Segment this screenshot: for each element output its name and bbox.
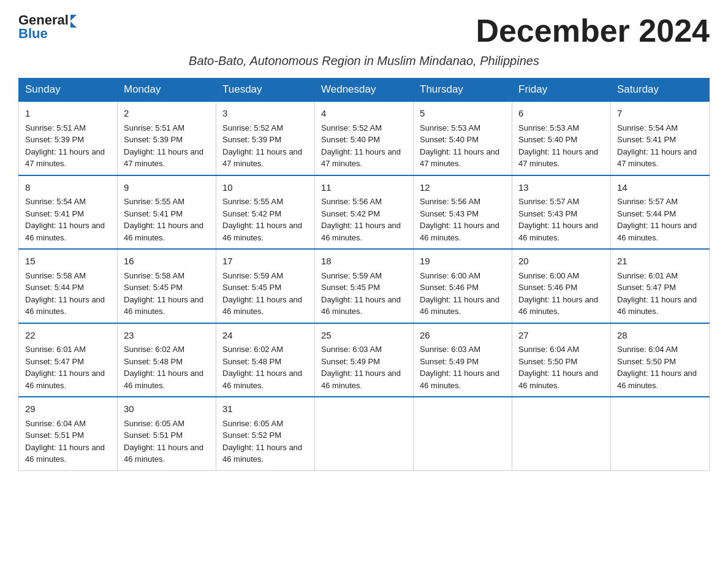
daylight-label: Daylight: 11 hours and 46 minutes.	[321, 295, 401, 316]
sunrise-label: Sunrise: 6:03 AM	[420, 345, 480, 354]
calendar-header-row: Sunday Monday Tuesday Wednesday Thursday…	[19, 79, 710, 102]
day-number: 23	[124, 329, 210, 343]
calendar-cell: 30 Sunrise: 6:05 AM Sunset: 5:51 PM Dayl…	[118, 397, 216, 470]
sunrise-label: Sunrise: 6:04 AM	[617, 345, 678, 354]
calendar-cell: 26 Sunrise: 6:03 AM Sunset: 5:49 PM Dayl…	[414, 323, 512, 397]
daylight-label: Daylight: 11 hours and 47 minutes.	[25, 147, 105, 169]
calendar-cell: 29 Sunrise: 6:04 AM Sunset: 5:51 PM Dayl…	[19, 397, 118, 470]
logo: General Blue	[18, 12, 77, 42]
daylight-label: Daylight: 11 hours and 46 minutes.	[25, 443, 105, 464]
sunrise-label: Sunrise: 6:02 AM	[222, 345, 283, 354]
day-number: 27	[518, 329, 604, 343]
sunrise-label: Sunrise: 6:05 AM	[222, 419, 283, 428]
header: General Blue December 2024	[18, 12, 710, 49]
calendar-cell: 6 Sunrise: 5:53 AM Sunset: 5:40 PM Dayli…	[512, 101, 611, 175]
daylight-label: Daylight: 11 hours and 46 minutes.	[25, 369, 105, 390]
sunset-label: Sunset: 5:51 PM	[124, 431, 183, 440]
sunset-label: Sunset: 5:44 PM	[25, 283, 84, 292]
sunrise-label: Sunrise: 5:58 AM	[25, 271, 86, 280]
calendar-cell	[315, 397, 414, 470]
sunrise-label: Sunrise: 5:54 AM	[25, 197, 86, 206]
sunrise-label: Sunrise: 6:00 AM	[420, 271, 480, 280]
day-number: 24	[222, 329, 308, 343]
sunset-label: Sunset: 5:46 PM	[518, 283, 577, 292]
daylight-label: Daylight: 11 hours and 47 minutes.	[321, 147, 401, 169]
sunrise-label: Sunrise: 5:55 AM	[124, 197, 184, 206]
calendar-cell: 2 Sunrise: 5:51 AM Sunset: 5:39 PM Dayli…	[118, 101, 216, 175]
calendar-cell: 17 Sunrise: 5:59 AM Sunset: 5:45 PM Dayl…	[216, 249, 315, 323]
calendar-cell: 10 Sunrise: 5:55 AM Sunset: 5:42 PM Dayl…	[216, 175, 315, 250]
calendar-cell: 12 Sunrise: 5:56 AM Sunset: 5:43 PM Dayl…	[414, 175, 512, 250]
sunset-label: Sunset: 5:45 PM	[124, 283, 183, 292]
calendar-cell: 16 Sunrise: 5:58 AM Sunset: 5:45 PM Dayl…	[118, 249, 216, 323]
sunset-label: Sunset: 5:43 PM	[518, 209, 577, 218]
day-number: 17	[222, 255, 308, 269]
day-number: 19	[420, 255, 506, 269]
daylight-label: Daylight: 11 hours and 47 minutes.	[124, 147, 203, 169]
sunrise-label: Sunrise: 5:51 AM	[124, 123, 184, 132]
day-number: 2	[124, 107, 210, 121]
header-tuesday: Tuesday	[216, 79, 315, 102]
daylight-label: Daylight: 11 hours and 46 minutes.	[617, 221, 697, 242]
sunset-label: Sunset: 5:41 PM	[25, 209, 84, 218]
calendar-cell: 25 Sunrise: 6:03 AM Sunset: 5:49 PM Dayl…	[315, 323, 414, 397]
sunset-label: Sunset: 5:46 PM	[420, 283, 479, 292]
sunset-label: Sunset: 5:39 PM	[222, 135, 281, 144]
daylight-label: Daylight: 11 hours and 46 minutes.	[222, 369, 302, 390]
day-number: 25	[321, 329, 407, 343]
calendar-cell: 28 Sunrise: 6:04 AM Sunset: 5:50 PM Dayl…	[611, 323, 710, 397]
day-number: 29	[25, 402, 111, 416]
daylight-label: Daylight: 11 hours and 46 minutes.	[222, 221, 302, 242]
day-number: 26	[420, 329, 506, 343]
sunrise-label: Sunrise: 5:55 AM	[222, 197, 283, 206]
calendar-cell: 22 Sunrise: 6:01 AM Sunset: 5:47 PM Dayl…	[19, 323, 118, 397]
daylight-label: Daylight: 11 hours and 47 minutes.	[222, 147, 302, 169]
daylight-label: Daylight: 11 hours and 46 minutes.	[124, 369, 203, 390]
sunset-label: Sunset: 5:48 PM	[222, 357, 281, 366]
calendar-cell: 11 Sunrise: 5:56 AM Sunset: 5:42 PM Dayl…	[315, 175, 414, 250]
daylight-label: Daylight: 11 hours and 46 minutes.	[420, 221, 499, 242]
sunrise-label: Sunrise: 5:53 AM	[518, 123, 579, 132]
day-number: 21	[617, 255, 703, 269]
daylight-label: Daylight: 11 hours and 46 minutes.	[222, 295, 302, 316]
sunrise-label: Sunrise: 5:58 AM	[124, 271, 184, 280]
daylight-label: Daylight: 11 hours and 46 minutes.	[222, 443, 302, 464]
calendar-cell	[512, 397, 611, 470]
daylight-label: Daylight: 11 hours and 46 minutes.	[518, 295, 598, 316]
sunset-label: Sunset: 5:49 PM	[420, 357, 479, 366]
sunrise-label: Sunrise: 5:57 AM	[518, 197, 579, 206]
day-number: 3	[222, 107, 308, 121]
day-number: 10	[222, 181, 308, 195]
calendar-week-row: 1 Sunrise: 5:51 AM Sunset: 5:39 PM Dayli…	[19, 101, 710, 175]
calendar-cell: 8 Sunrise: 5:54 AM Sunset: 5:41 PM Dayli…	[19, 175, 118, 250]
logo-blue-text: Blue	[18, 26, 48, 42]
sunset-label: Sunset: 5:48 PM	[124, 357, 183, 366]
header-friday: Friday	[512, 79, 611, 102]
daylight-label: Daylight: 11 hours and 46 minutes.	[124, 221, 203, 242]
calendar-cell: 27 Sunrise: 6:04 AM Sunset: 5:50 PM Dayl…	[512, 323, 611, 397]
daylight-label: Daylight: 11 hours and 46 minutes.	[518, 369, 598, 390]
day-number: 11	[321, 181, 407, 195]
sunrise-label: Sunrise: 5:52 AM	[222, 123, 283, 132]
calendar-cell: 15 Sunrise: 5:58 AM Sunset: 5:44 PM Dayl…	[19, 249, 118, 323]
daylight-label: Daylight: 11 hours and 46 minutes.	[25, 221, 105, 242]
sunset-label: Sunset: 5:43 PM	[420, 209, 479, 218]
sunrise-label: Sunrise: 5:57 AM	[617, 197, 678, 206]
daylight-label: Daylight: 11 hours and 47 minutes.	[420, 147, 499, 169]
daylight-label: Daylight: 11 hours and 46 minutes.	[124, 295, 203, 316]
header-sunday: Sunday	[19, 79, 118, 102]
calendar-cell: 9 Sunrise: 5:55 AM Sunset: 5:41 PM Dayli…	[118, 175, 216, 250]
sunset-label: Sunset: 5:51 PM	[25, 431, 84, 440]
day-number: 12	[420, 181, 506, 195]
calendar-week-row: 22 Sunrise: 6:01 AM Sunset: 5:47 PM Dayl…	[19, 323, 710, 397]
calendar-cell: 1 Sunrise: 5:51 AM Sunset: 5:39 PM Dayli…	[19, 101, 118, 175]
day-number: 30	[124, 402, 210, 416]
sunset-label: Sunset: 5:41 PM	[617, 135, 676, 144]
sunrise-label: Sunrise: 6:00 AM	[518, 271, 579, 280]
daylight-label: Daylight: 11 hours and 46 minutes.	[617, 369, 697, 390]
day-number: 20	[518, 255, 604, 269]
sunset-label: Sunset: 5:40 PM	[518, 135, 577, 144]
sunset-label: Sunset: 5:41 PM	[124, 209, 183, 218]
sunset-label: Sunset: 5:39 PM	[124, 135, 183, 144]
daylight-label: Daylight: 11 hours and 46 minutes.	[617, 295, 697, 316]
